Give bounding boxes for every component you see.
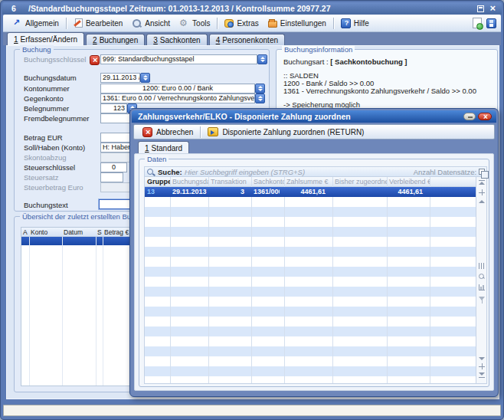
buchungsdatum-field[interactable]: 29.11.2013 /Fr	[100, 73, 140, 83]
buchungsschluessel-stepper[interactable]	[257, 54, 267, 64]
tab-buchungen[interactable]: 2 Buchungen	[86, 34, 145, 45]
column-header[interactable]: Zahlsumme €	[284, 177, 332, 187]
column-header[interactable]: Buchungsdatum	[170, 177, 208, 187]
status-bar	[3, 405, 501, 416]
column-header[interactable]: A	[21, 228, 29, 236]
gegenkonto-label: Gegenkonto	[24, 94, 64, 103]
column-divider	[430, 177, 430, 383]
scroll-up-plus-icon[interactable]	[479, 189, 485, 195]
extras-icon	[224, 19, 234, 28]
search-bar[interactable]: Suche: Hier Suchbegriff eingeben (STRG+S…	[144, 166, 487, 177]
copy-grid-icon[interactable]	[479, 169, 485, 175]
menu-hilfe[interactable]: Hilfe	[336, 17, 374, 30]
zahlungen-table-header: Gruppe Buchungsdatum Transaktion Sachkon…	[145, 177, 476, 187]
tab-sachkonten[interactable]: 3 Sachkonten	[146, 34, 207, 45]
kontonummer-field[interactable]: 1200: Euro 0.00 / Bank	[100, 84, 255, 94]
help-icon	[341, 18, 351, 28]
buchungsschluessel-field[interactable]: 999: Standardbuchungsstapel	[100, 54, 257, 64]
tab-number: 1	[14, 35, 18, 44]
tab-label: Sachkonten	[160, 36, 201, 44]
scroll-bottom-icon[interactable]	[479, 372, 485, 376]
steuersatz-label: Steuersatz	[24, 172, 58, 182]
cell-zahlsumme: 4461,61	[284, 187, 328, 197]
scroll-top-icon[interactable]	[479, 182, 485, 185]
column-divider	[251, 177, 252, 383]
column-header[interactable]: Gruppe	[145, 177, 170, 187]
window-number: 6	[11, 2, 16, 15]
zahlungen-table[interactable]: Gruppe Buchungsdatum Transaktion Sachkon…	[144, 176, 487, 384]
gegenkonto-stepper[interactable]	[255, 94, 265, 103]
menu-label: Hilfe	[354, 19, 369, 28]
betrag-label: Betrag EUR	[24, 133, 63, 143]
column-divider	[62, 237, 63, 386]
menu-einstellungen[interactable]: Einstellungen	[263, 17, 331, 29]
table-row-selected[interactable]: 13 29.11.2013 /Fr 3 1361/000 4461,61 446…	[145, 187, 476, 197]
zuordnen-label: Disponierte Zahlung zuordnen (RETURN)	[222, 128, 364, 136]
menu-ansicht[interactable]: Ansicht	[127, 17, 175, 30]
saldo-line: 1361 - Verrechnungskonto Zahlungsverkehr…	[283, 87, 476, 96]
table-scroll-strip[interactable]	[476, 177, 486, 383]
steuerschluessel-field[interactable]: 0	[100, 162, 127, 172]
buchungsschluessel-label: Buchungsschlüssel	[24, 54, 86, 64]
tab-erfassen-aendern[interactable]: 1 Erfassen/Ändern	[7, 32, 84, 45]
buchungsinformation-group-title: Buchungsinformation	[282, 45, 355, 54]
abbrechen-button[interactable]: Abbrechen	[138, 126, 198, 138]
new-document-icon[interactable]	[473, 18, 482, 28]
skontoabzug-label: Skontoabzug	[24, 153, 66, 162]
dialog-content: Daten Suche: Hier Suchbegriff eingeben (…	[134, 153, 494, 391]
column-divider	[387, 177, 388, 383]
dialog-close-icon[interactable]	[478, 113, 492, 120]
table-search-icon[interactable]	[479, 274, 485, 280]
menu-tools[interactable]: Tools	[175, 17, 214, 30]
column-header[interactable]: Transaktion	[208, 177, 251, 187]
close-icon[interactable]	[489, 5, 496, 13]
buchungsdatum-label: Buchungsdatum	[24, 73, 77, 83]
column-header[interactable]: Verbleibend €	[387, 177, 430, 187]
cell-sachkonto: 1361/000	[251, 187, 280, 197]
toolbar-separator	[217, 18, 218, 29]
menu-extras[interactable]: Extras	[220, 17, 263, 29]
restore-icon[interactable]	[477, 5, 484, 12]
abbrechen-label: Abbrechen	[156, 128, 193, 136]
tab-label: Personenkonten	[222, 36, 278, 44]
column-divider	[170, 177, 171, 383]
clear-icon[interactable]	[90, 55, 100, 65]
daten-group-title: Daten	[145, 155, 169, 163]
scroll-up-icon[interactable]	[479, 200, 485, 203]
kontonummer-stepper[interactable]	[255, 84, 265, 94]
column-header[interactable]: Sachkonto	[251, 177, 284, 187]
assign-icon	[208, 127, 218, 136]
buchungsdatum-stepper[interactable]	[140, 73, 150, 83]
filter-icon[interactable]	[479, 297, 485, 300]
save-icon[interactable]	[486, 18, 496, 28]
toolbar-separator	[200, 126, 201, 138]
columns-icon[interactable]	[479, 263, 485, 269]
scroll-down-icon[interactable]	[479, 357, 485, 360]
column-header[interactable]: Konto	[29, 228, 62, 236]
scroll-down-plus-icon[interactable]	[479, 363, 485, 369]
column-divider	[29, 237, 30, 386]
menu-bearbeiten[interactable]: Bearbeiten	[69, 17, 127, 29]
column-header[interactable]: Datum	[62, 228, 96, 236]
column-header[interactable]: S	[96, 228, 103, 236]
tab-label: Buchungen	[100, 36, 139, 44]
empty-rows	[145, 197, 476, 383]
column-header[interactable]: Bisher zugeordnet	[332, 177, 387, 187]
tab-label: Standard	[152, 144, 183, 153]
scroll-bottom-icon	[479, 377, 485, 378]
dialog-tab-standard[interactable]: 1 Standard	[138, 141, 189, 154]
dialog-minimize-icon[interactable]	[463, 113, 476, 120]
chart-icon[interactable]	[479, 284, 485, 290]
menu-allgemein[interactable]: Allgemein	[8, 17, 64, 30]
tab-number: 4	[216, 36, 221, 44]
menu-label: Extras	[237, 19, 258, 28]
cell-transaktion: 3	[208, 187, 247, 197]
zuordnen-button[interactable]: Disponierte Zahlung zuordnen (RETURN)	[203, 126, 368, 137]
fremdbelegnummer-label: Fremdbelegnummer	[24, 113, 90, 123]
tab-personenkonten[interactable]: 4 Personenkonten	[209, 34, 285, 45]
belegnummer-field[interactable]: 123	[100, 103, 127, 113]
steuerschluessel-label: Steuerschlüssel	[24, 162, 75, 172]
gegenkonto-field[interactable]: 1361: Euro 0.00 / Verrechnungskonto Zahl…	[100, 94, 255, 103]
main-tabstrip: 1 Erfassen/Ändern 2 Buchungen 3 Sachkont…	[3, 32, 501, 45]
kontonummer-label: Kontonummer	[24, 84, 70, 94]
